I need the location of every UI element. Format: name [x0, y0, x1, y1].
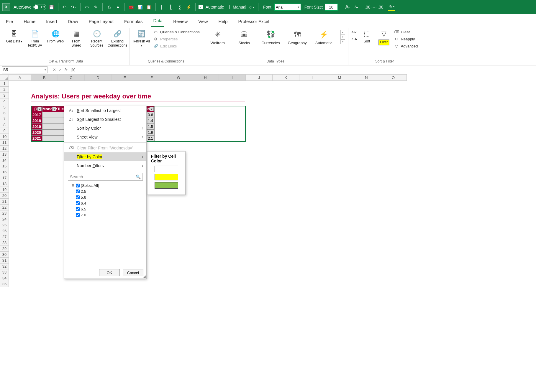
- row-header-26[interactable]: 26: [0, 228, 9, 234]
- toolbox-icon[interactable]: 🧰: [128, 4, 135, 11]
- subtotal-icon[interactable]: ∑: [176, 4, 183, 11]
- row-header-6[interactable]: 6: [0, 110, 9, 116]
- filter-cancel-button[interactable]: Cancel: [123, 269, 143, 276]
- paint-bucket-icon[interactable]: ◇: [248, 4, 255, 11]
- row-header-31[interactable]: 31: [0, 258, 9, 263]
- row-header-13[interactable]: 13: [0, 151, 9, 157]
- col-header-G[interactable]: G: [165, 74, 192, 81]
- highlight-color-icon[interactable]: ✎: [388, 4, 395, 11]
- col-header-D[interactable]: D: [85, 74, 112, 81]
- row-header-35[interactable]: 35: [0, 281, 9, 287]
- datatype-wolfram[interactable]: ✳Wolfram: [206, 29, 230, 45]
- filter-ok-button[interactable]: OK: [99, 269, 120, 276]
- undo-icon[interactable]: ↶: [61, 4, 68, 11]
- table-cell[interactable]: [42, 112, 57, 118]
- col-header-E[interactable]: E: [112, 74, 138, 81]
- row-header-24[interactable]: 24: [0, 216, 9, 222]
- col-header-H[interactable]: H: [192, 74, 219, 81]
- resize-grip-icon[interactable]: ◢: [143, 275, 146, 278]
- touch-mode-icon[interactable]: ▭: [83, 4, 91, 11]
- ungroup-icon[interactable]: ⎣: [168, 4, 175, 11]
- row-header-16[interactable]: 16: [0, 169, 9, 175]
- row-header-18[interactable]: 18: [0, 181, 9, 187]
- get-data-button[interactable]: 🗄Get Data: [5, 29, 23, 44]
- calc-auto-check[interactable]: ✓: [199, 5, 203, 9]
- filter-checkbox[interactable]: [76, 184, 80, 187]
- table-cell[interactable]: [42, 124, 57, 130]
- color-swatch-green[interactable]: [155, 182, 178, 189]
- filter-checkbox[interactable]: [76, 207, 80, 211]
- row-header-2[interactable]: 2: [0, 87, 9, 93]
- row-header-4[interactable]: 4: [0, 98, 9, 104]
- increase-decimal-icon[interactable]: .00→: [366, 4, 373, 11]
- row-header-34[interactable]: 34: [0, 275, 9, 281]
- datatype-geography[interactable]: 🗺Geography: [286, 29, 309, 45]
- table-cell[interactable]: [42, 136, 57, 141]
- row-header-12[interactable]: 12: [0, 146, 9, 151]
- sort-asc-item[interactable]: A↓Sort Smallest to Largest: [64, 106, 146, 115]
- group-icon[interactable]: ⎡: [159, 4, 166, 11]
- tab-view[interactable]: View: [196, 16, 209, 27]
- row-header-11[interactable]: 11: [0, 140, 9, 146]
- row-header-17[interactable]: 17: [0, 175, 9, 181]
- col-header-M[interactable]: M: [326, 74, 353, 81]
- filter-checkbox[interactable]: [76, 195, 80, 199]
- filter-check-item[interactable]: 6.4: [71, 200, 143, 206]
- row-header-28[interactable]: 28: [0, 240, 9, 246]
- cancel-formula-icon[interactable]: ✕: [51, 67, 57, 73]
- tab-data[interactable]: Data: [151, 15, 164, 27]
- row-header-29[interactable]: 29: [0, 246, 9, 252]
- sort-desc-item[interactable]: Z↓Sort Largest to Smallest: [64, 115, 146, 124]
- filter-dropdown-icon[interactable]: ▾: [37, 107, 42, 111]
- paste-icon[interactable]: 📋: [145, 4, 153, 11]
- col-header-B[interactable]: B: [31, 74, 58, 81]
- col-header-L[interactable]: L: [299, 74, 326, 81]
- col-header-O[interactable]: O: [380, 74, 407, 81]
- macro-record-icon[interactable]: ●: [114, 4, 122, 11]
- row-header-23[interactable]: 23: [0, 210, 9, 216]
- filter-dropdown-icon[interactable]: ▾: [150, 107, 154, 111]
- advanced-filter-button[interactable]: ▽Advanced: [394, 43, 418, 49]
- table-header[interactable]: [k]▾: [31, 106, 42, 112]
- datatype-currencies[interactable]: 💱Currencies: [259, 29, 283, 45]
- number-filters-item[interactable]: Number Filters: [64, 161, 146, 170]
- table-header[interactable]: Monday▾: [42, 106, 57, 112]
- filter-check-item[interactable]: 6.5: [71, 206, 143, 212]
- existing-connections-button[interactable]: 🔗Existing Connections: [109, 29, 126, 48]
- tab-home[interactable]: Home: [22, 16, 37, 27]
- datatype-automatic[interactable]: ⚡Automatic: [312, 29, 336, 45]
- row-header-30[interactable]: 30: [0, 252, 9, 258]
- reapply-button[interactable]: ↻Reapply: [394, 36, 418, 42]
- row-header-3[interactable]: 3: [0, 93, 9, 98]
- datatype-stocks[interactable]: 🏛Stocks: [232, 29, 256, 45]
- queries-connections-button[interactable]: ▭Queries & Connections: [153, 29, 200, 35]
- row-header-10[interactable]: 10: [0, 134, 9, 140]
- row-header-33[interactable]: 33: [0, 269, 9, 275]
- row-header-22[interactable]: 22: [0, 205, 9, 210]
- filter-check-item[interactable]: 2.5: [71, 188, 143, 194]
- sort-asc-icon[interactable]: A↓Z: [351, 29, 357, 35]
- from-sheet-button[interactable]: ▦From Sheet: [67, 29, 85, 48]
- row-header-9[interactable]: 9: [0, 128, 9, 134]
- formula-content[interactable]: [k]: [69, 67, 536, 72]
- filter-check-item[interactable]: 5.6: [71, 194, 143, 200]
- tab-professor-excel[interactable]: Professor Excel: [236, 16, 271, 27]
- clear-format-icon[interactable]: ✎: [92, 4, 99, 11]
- color-swatch-yellow[interactable]: [155, 174, 178, 180]
- col-header-I[interactable]: I: [219, 74, 246, 81]
- from-web-button[interactable]: 🌐From Web: [47, 29, 64, 44]
- decrease-font-icon[interactable]: A▾: [353, 4, 360, 11]
- col-header-F[interactable]: F: [138, 74, 165, 81]
- quick-print-icon[interactable]: ⎙: [106, 4, 113, 11]
- filter-dropdown-icon[interactable]: ▾: [52, 107, 56, 111]
- col-header-K[interactable]: K: [273, 74, 299, 81]
- col-header-J[interactable]: J: [246, 74, 273, 81]
- datatype-gallery-spinner[interactable]: ▴▾▿: [340, 30, 345, 44]
- refresh-all-button[interactable]: 🔄Refresh All: [132, 29, 150, 48]
- clear-filter-button[interactable]: ⌫Clear: [394, 29, 418, 35]
- color-swatch-white[interactable]: [155, 166, 178, 172]
- col-header-C[interactable]: C: [58, 74, 85, 81]
- fx-icon[interactable]: fx: [63, 67, 69, 73]
- font-size-input[interactable]: 10: [325, 4, 338, 11]
- filter-checkbox[interactable]: [76, 190, 80, 193]
